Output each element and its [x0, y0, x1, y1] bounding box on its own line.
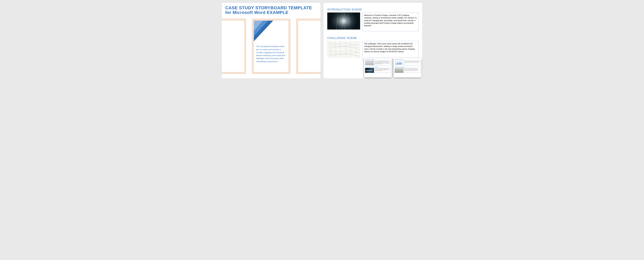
intro-textbox: Welcome to Positive Charge, a pioneer in… — [362, 13, 418, 31]
title-line-1: CASE STUDY STORYBOARD TEMPLATE — [225, 6, 317, 10]
frame-center: This storyboard template allows you to c… — [252, 19, 290, 74]
challenge-scene: CHALLENGE SCENE — [327, 36, 418, 60]
frame-left-inner — [222, 21, 244, 72]
frame-left — [222, 19, 246, 74]
mini-a-row-1: Our strategy: We decided to deploy high-… — [365, 61, 391, 65]
center-description: This storyboard template allows you to c… — [256, 45, 286, 63]
mini-a-heading-1: STRATEGY SCENE — [365, 59, 391, 60]
intro-row: Welcome to Positive Charge, a pioneer in… — [327, 13, 418, 31]
frame-right — [296, 19, 321, 74]
mini-page-b: RESULTS SCENE Results: We experienced a … — [394, 58, 421, 78]
intro-image — [327, 13, 360, 30]
mini-b-row-1: Results: We experienced a 50% increase i… — [395, 61, 420, 65]
mini-b-text-1: Results: We experienced a 50% increase i… — [404, 61, 420, 65]
mini-page-a: STRATEGY SCENE Our strategy: We decided … — [364, 58, 392, 78]
storyboard-frames: This storyboard template allows you to c… — [222, 19, 320, 77]
page-2: INTRODUCTION SCENE Welcome to Positive C… — [323, 3, 422, 79]
mini-b-img-1 — [395, 61, 404, 65]
mini-a-img-2 — [365, 68, 374, 73]
mini-a-row-2: Implementation: We rolled out new chargi… — [365, 68, 391, 73]
title-line-2: for Microsoft Word EXAMPLE — [225, 10, 317, 15]
challenge-heading: CHALLENGE SCENE — [327, 36, 418, 40]
mini-b-text-2: Conclusion: Positive Charge's strategy s… — [404, 68, 420, 73]
mini-a-img-1 — [365, 61, 374, 65]
svg-rect-3 — [327, 41, 360, 58]
mini-a-text-1: Our strategy: We decided to deploy high-… — [374, 61, 391, 65]
page-title: CASE STUDY STORYBOARD TEMPLATE for Micro… — [222, 3, 320, 16]
page-1: CASE STUDY STORYBOARD TEMPLATE for Micro… — [222, 3, 321, 79]
mini-a-heading-2: IMPLEMENTATION SCENE — [365, 67, 391, 68]
frame-right-inner — [298, 21, 321, 72]
mini-a-text-2: Implementation: We rolled out new chargi… — [374, 68, 391, 73]
triangle-art-icon — [254, 21, 273, 41]
introduction-scene: INTRODUCTION SCENE Welcome to Positive C… — [327, 8, 418, 31]
mini-b-row-2: Conclusion: Positive Charge's strategy s… — [395, 68, 420, 73]
challenge-image — [327, 41, 360, 58]
mini-b-heading-1: RESULTS SCENE — [395, 59, 420, 60]
mini-b-heading-2: CONCLUSION SCENE — [395, 67, 420, 68]
challenge-textbox: The challenge: There were urban areas wi… — [362, 41, 418, 60]
mini-b-img-2 — [395, 68, 404, 73]
mini-previews: STRATEGY SCENE Our strategy: We decided … — [364, 58, 421, 78]
challenge-row: The challenge: There were urban areas wi… — [327, 41, 418, 60]
intro-heading: INTRODUCTION SCENE — [327, 8, 418, 11]
frame-center-inner: This storyboard template allows you to c… — [254, 21, 288, 72]
